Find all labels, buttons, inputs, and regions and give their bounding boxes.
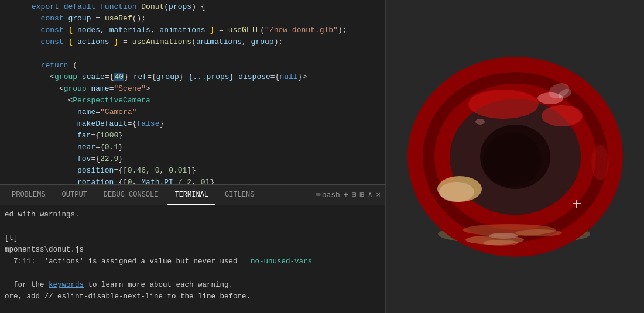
code-text: name="Camera"	[32, 108, 385, 116]
viewport-canvas	[386, 0, 644, 313]
code-line: name="Camera"	[0, 108, 385, 119]
code-text: fov={22.9}	[32, 154, 385, 163]
terminal-icon: ⌨	[316, 190, 321, 200]
left-panel: export default function Donut(props) { c…	[0, 0, 386, 313]
code-text: makeDefault={false}	[32, 119, 385, 128]
code-line: return (	[0, 61, 385, 73]
code-line: const { nodes, materials, animations } =…	[0, 26, 385, 37]
code-text: near={0.1}	[32, 143, 385, 152]
svg-point-8	[475, 119, 485, 125]
tab-problems[interactable]: PROBLEMS	[5, 185, 53, 205]
code-line: const { actions } = useAnimations(animat…	[0, 37, 385, 49]
code-line: far={1000}	[0, 131, 385, 143]
terminal-line: for the keywords to learn more about eac…	[5, 279, 381, 291]
donut-3d-render	[386, 0, 644, 313]
code-line: fov={22.9}	[0, 154, 385, 166]
terminal-body[interactable]: ed with warnings. [t] mponentss\donut.js…	[0, 205, 385, 313]
code-line: position={[0.46, 0, 0.01]}	[0, 166, 385, 178]
code-text: const { nodes, materials, animations } =…	[32, 26, 385, 35]
code-line: export default function Donut(props) {	[0, 2, 385, 14]
terminal-section: PROBLEMS OUTPUT DEBUG CONSOLE TERMINAL G…	[0, 184, 385, 313]
code-line: rotation={[0, Math.PI / 2, 0]}	[0, 178, 385, 184]
code-line: <group scale={40} ref={group} {...props}…	[0, 73, 385, 84]
close-terminal-button[interactable]: ×	[376, 191, 381, 200]
code-text: far={1000}	[32, 131, 385, 140]
code-line: near={0.1}	[0, 143, 385, 154]
terminal-tabs: PROBLEMS OUTPUT DEBUG CONSOLE TERMINAL G…	[0, 185, 385, 205]
code-text: export default function Donut(props) {	[32, 2, 385, 11]
code-line: const group = useRef();	[0, 14, 385, 26]
code-text: <PerspectiveCamera	[32, 96, 385, 105]
right-panel	[386, 0, 644, 313]
svg-point-20	[483, 240, 518, 246]
tab-output[interactable]: OUTPUT	[55, 185, 94, 205]
code-editor: export default function Donut(props) { c…	[0, 0, 385, 184]
main-area: export default function Donut(props) { c…	[0, 0, 644, 313]
code-text: const { actions } = useAnimations(animat…	[32, 37, 385, 46]
terminal-line	[5, 302, 381, 313]
svg-point-13	[515, 229, 562, 236]
svg-point-5	[468, 90, 539, 119]
code-text: rotation={[0, Math.PI / 2, 0]}	[32, 178, 385, 184]
tab-terminal[interactable]: TERMINAL	[167, 185, 215, 205]
terminal-line	[5, 267, 381, 279]
code-line: <PerspectiveCamera	[0, 96, 385, 108]
terminal-line: ed with warnings.	[5, 209, 381, 221]
terminal-line: mponentss\donut.js	[5, 244, 381, 256]
bash-label: ⌨ bash	[316, 190, 340, 200]
code-text: return (	[32, 61, 385, 70]
terminal-line	[5, 221, 381, 232]
svg-point-6	[542, 105, 583, 126]
panel-layout-button[interactable]: ⊞	[360, 190, 365, 200]
terminal-line: ore, add // eslint-disable-next-line to …	[5, 291, 381, 302]
new-terminal-button[interactable]: +	[344, 191, 348, 200]
code-line: makeDefault={false}	[0, 119, 385, 131]
code-line	[0, 49, 385, 61]
split-terminal-button[interactable]: ⊟	[352, 190, 357, 200]
svg-point-9	[591, 145, 609, 180]
terminal-line: [t]	[5, 232, 381, 244]
scroll-up-button[interactable]: ∧	[368, 190, 372, 200]
svg-point-16	[483, 133, 542, 187]
tab-gitlens[interactable]: GITLENS	[218, 185, 261, 205]
code-text: <group name="Scene">	[32, 84, 385, 93]
code-line: <group name="Scene">	[0, 84, 385, 96]
code-text: <group scale={40} ref={group} {...props}…	[32, 73, 385, 81]
tab-debug-console[interactable]: DEBUG CONSOLE	[97, 185, 166, 205]
terminal-toolbar: ⌨ bash + ⊟ ⊞ ∧ ×	[316, 190, 381, 200]
code-text: const group = useRef();	[32, 14, 385, 23]
terminal-line: 7:11: 'actions' is assigned a value but …	[5, 256, 381, 267]
svg-point-11	[439, 182, 474, 202]
code-text: position={[0.46, 0, 0.01]}	[32, 166, 385, 175]
